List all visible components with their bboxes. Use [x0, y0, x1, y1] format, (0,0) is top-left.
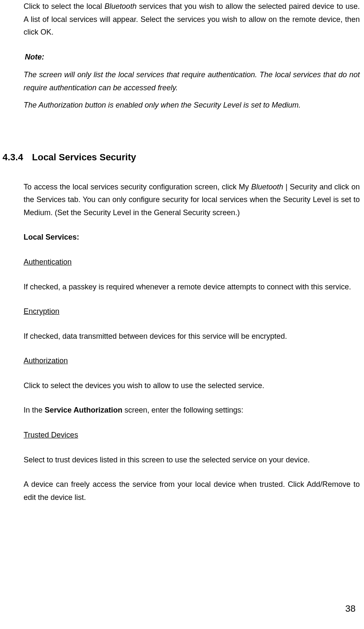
authorization-settings-after: screen, enter the following settings:: [122, 406, 243, 414]
encryption-text: If checked, data transmitted between dev…: [24, 330, 360, 343]
intro-text-before: Click to select the local: [24, 2, 104, 11]
authorization-settings-before: In the: [24, 406, 45, 414]
section-heading: 4.3.4Local Services Security: [3, 149, 364, 165]
intro-paragraph: Click to select the local Bluetooth serv…: [24, 0, 360, 39]
authentication-heading: Authentication: [24, 256, 360, 269]
authorization-text: Click to select the devices you wish to …: [24, 379, 360, 392]
note-label: Note:: [25, 51, 360, 64]
section-intro-italic: Bluetooth: [251, 183, 283, 191]
section-intro-paragraph: To access the local services security co…: [24, 181, 360, 219]
intro-italic-word: Bluetooth: [104, 2, 136, 11]
authorization-settings: In the Service Authorization screen, ent…: [24, 404, 360, 417]
encryption-heading: Encryption: [24, 305, 360, 318]
trusted-devices-text-2: A device can freely access the service f…: [24, 478, 360, 504]
local-services-label: Local Services:: [24, 231, 360, 244]
trusted-devices-text-1: Select to trust devices listed in this s…: [24, 454, 360, 467]
section-intro-before: To access the local services security co…: [24, 183, 251, 191]
section-number: 4.3.4: [3, 149, 32, 165]
page-number: 38: [345, 601, 356, 616]
authorization-settings-bold: Service Authorization: [45, 406, 122, 414]
authorization-heading: Authorization: [24, 354, 360, 367]
note-paragraph-1: The screen will only list the local serv…: [24, 68, 360, 94]
note-paragraph-2: The Authorization button is enabled only…: [24, 99, 360, 112]
section-title: Local Services Security: [32, 152, 136, 162]
authentication-text: If checked, a passkey is required whenev…: [24, 281, 360, 294]
trusted-devices-heading: Trusted Devices: [24, 429, 360, 442]
